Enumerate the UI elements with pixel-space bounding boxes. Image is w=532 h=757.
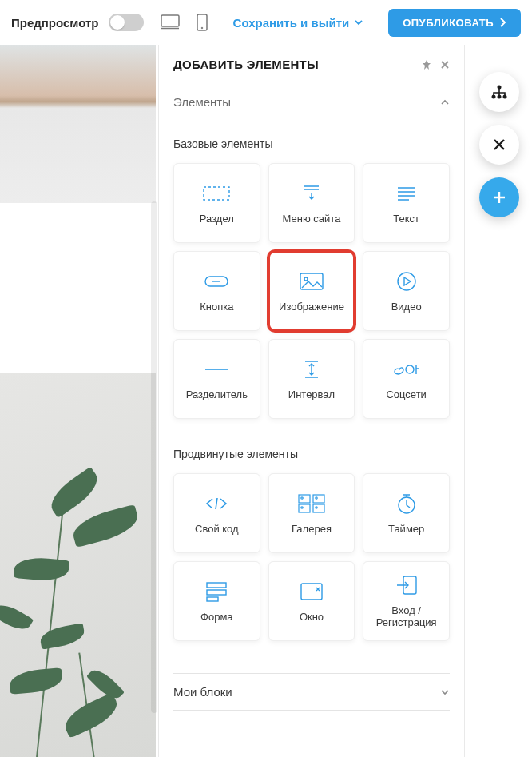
section-icon xyxy=(203,181,230,205)
svg-rect-19 xyxy=(207,590,226,595)
svg-point-8 xyxy=(406,365,414,373)
tile-social[interactable]: Соцсети xyxy=(363,339,450,419)
publish-button[interactable]: ОПУБЛИКОВАТЬ xyxy=(388,9,521,37)
close-icon xyxy=(492,137,506,152)
tile-form[interactable]: Форма xyxy=(173,561,260,641)
svg-point-2 xyxy=(201,27,203,29)
tile-label: Изображение xyxy=(279,301,344,313)
login-icon xyxy=(395,573,418,597)
svg-rect-3 xyxy=(204,187,229,200)
preview-label: Предпросмотр xyxy=(11,16,99,30)
tile-button[interactable]: Кнопка xyxy=(173,251,260,331)
svg-point-13 xyxy=(301,496,303,498)
chevron-right-icon xyxy=(498,18,506,27)
tile-label: Текст xyxy=(393,213,419,225)
svg-point-25 xyxy=(498,95,502,99)
save-exit-dropdown[interactable]: Сохранить и выйти xyxy=(233,16,364,30)
svg-rect-9 xyxy=(299,495,310,503)
collapse-elements-icon[interactable] xyxy=(440,98,450,107)
svg-rect-0 xyxy=(161,15,179,26)
sitemap-button[interactable] xyxy=(479,72,519,112)
tile-label: Меню сайта xyxy=(283,213,341,225)
close-panel-button[interactable] xyxy=(479,125,519,165)
tile-video[interactable]: Видео xyxy=(363,251,450,331)
elements-panel: ДОБАВИТЬ ЭЛЕМЕНТЫ Элементы Базовые элеме… xyxy=(158,45,465,757)
canvas-image-plant xyxy=(0,373,156,757)
preview-toggle[interactable] xyxy=(109,14,144,31)
tile-divider[interactable]: Разделитель xyxy=(173,339,260,419)
tile-label: Форма xyxy=(200,612,233,624)
tile-label: Таймер xyxy=(388,524,424,536)
tile-window[interactable]: Окно xyxy=(268,561,355,641)
tile-label: Интервал xyxy=(288,389,335,401)
tile-label: Свой код xyxy=(195,524,239,536)
tile-label: Вход / Регистрация xyxy=(367,605,446,629)
tile-site-menu[interactable]: Меню сайта xyxy=(268,163,355,243)
advanced-elements-grid: Свой код Галерея Таймер Форма Окно Вход … xyxy=(173,473,450,641)
svg-point-23 xyxy=(498,86,502,90)
section-divider xyxy=(173,710,450,711)
gallery-icon xyxy=(298,492,325,516)
svg-point-15 xyxy=(301,506,303,508)
svg-rect-18 xyxy=(207,583,226,588)
tile-image[interactable]: Изображение xyxy=(268,251,355,331)
svg-rect-12 xyxy=(313,504,324,512)
floating-actions xyxy=(479,72,519,217)
add-button[interactable] xyxy=(479,177,519,217)
chevron-down-icon xyxy=(440,687,450,697)
desktop-icon[interactable] xyxy=(160,12,181,33)
plus-icon xyxy=(491,189,507,205)
mobile-icon[interactable] xyxy=(192,12,212,33)
tile-custom-code[interactable]: Свой код xyxy=(173,473,260,553)
chevron-down-icon xyxy=(354,18,363,27)
tile-spacer[interactable]: Интервал xyxy=(268,339,355,419)
svg-point-6 xyxy=(304,277,308,281)
tile-label: Видео xyxy=(391,301,422,313)
scrollbar[interactable] xyxy=(151,201,157,713)
text-lines-icon xyxy=(396,181,417,205)
menu-tap-icon xyxy=(301,181,322,205)
pin-icon[interactable] xyxy=(421,59,432,70)
svg-point-16 xyxy=(316,506,317,508)
video-play-icon xyxy=(396,269,417,293)
tile-label: Галерея xyxy=(292,524,332,536)
my-blocks-row[interactable]: Мои блоки xyxy=(173,674,450,710)
timer-icon xyxy=(396,492,417,516)
tile-label: Кнопка xyxy=(200,301,233,313)
panel-subtitle: Элементы xyxy=(173,95,231,109)
form-icon xyxy=(205,580,228,604)
svg-point-24 xyxy=(492,95,496,99)
tile-section[interactable]: Раздел xyxy=(173,163,260,243)
basic-section-label: Базовые элементы xyxy=(173,137,450,150)
canvas-area xyxy=(0,45,156,757)
canvas-image-shelf xyxy=(0,45,156,203)
advanced-section-label: Продвинутые элементы xyxy=(173,448,450,460)
publish-label: ОПУБЛИКОВАТЬ xyxy=(403,17,494,29)
image-icon xyxy=(300,269,324,293)
tile-timer[interactable]: Таймер xyxy=(363,473,450,553)
social-icons-icon xyxy=(392,357,421,381)
tile-gallery[interactable]: Галерея xyxy=(268,473,355,553)
window-icon xyxy=(300,580,324,604)
svg-rect-20 xyxy=(207,597,218,601)
tile-label: Соцсети xyxy=(386,389,426,401)
tile-label: Окно xyxy=(300,612,324,624)
svg-point-14 xyxy=(316,496,317,498)
svg-rect-21 xyxy=(301,584,322,600)
tile-login-register[interactable]: Вход / Регистрация xyxy=(363,561,450,641)
basic-elements-grid: Раздел Меню сайта Текст Кнопка Изображен… xyxy=(173,163,450,419)
svg-rect-10 xyxy=(313,495,324,503)
code-icon xyxy=(204,492,228,516)
svg-rect-5 xyxy=(300,273,323,289)
sitemap-icon xyxy=(490,84,508,100)
svg-rect-11 xyxy=(299,504,310,512)
svg-point-26 xyxy=(503,95,507,99)
panel-title: ДОБАВИТЬ ЭЛЕМЕНТЫ xyxy=(173,58,319,71)
divider-icon xyxy=(204,357,229,381)
tile-text[interactable]: Текст xyxy=(363,163,450,243)
my-blocks-label: Мои блоки xyxy=(173,685,232,699)
spacer-icon xyxy=(302,357,321,381)
button-pill-icon xyxy=(204,269,228,293)
tile-label: Разделитель xyxy=(186,389,248,401)
close-icon[interactable] xyxy=(440,60,450,70)
